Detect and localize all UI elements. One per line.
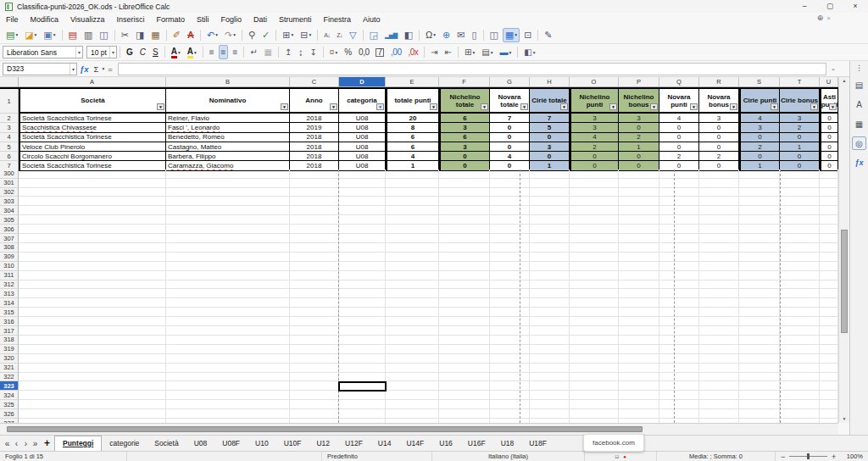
border-style-button[interactable]: ▤▾ <box>479 45 495 59</box>
row-header-315[interactable]: 315 <box>0 308 19 317</box>
gallery-icon[interactable]: ▦ <box>852 117 866 131</box>
scroll-down-icon[interactable]: ▼ <box>839 415 849 423</box>
document-modified-icon[interactable]: ● <box>623 454 626 459</box>
autofilter-button-H[interactable]: ▾ <box>560 103 568 110</box>
notification-close-icon[interactable]: × <box>826 14 831 22</box>
undo-icon[interactable]: ↶▾ <box>204 28 220 42</box>
pivot-table-icon[interactable]: ◧ <box>402 28 415 42</box>
sheet-tab-u18f[interactable]: U18F <box>521 436 554 451</box>
autofilter-button-U[interactable]: ▾ <box>829 103 837 110</box>
menu-finestra[interactable]: Finestra <box>317 13 357 26</box>
cell-P3[interactable]: 0 <box>619 123 659 132</box>
row-header-317[interactable]: 317 <box>0 326 19 336</box>
cell-S2[interactable]: 4 <box>739 114 780 123</box>
cell-H5[interactable]: 3 <box>530 142 570 152</box>
sheet-tab-u10[interactable]: U10 <box>248 436 276 451</box>
minimize-button[interactable]: – <box>792 0 817 13</box>
copy-icon[interactable]: ◨ <box>133 28 147 42</box>
row-header-3[interactable]: 3 <box>0 123 19 132</box>
insert-image-icon[interactable]: ◲ <box>367 28 381 42</box>
sort-descending-icon[interactable]: Z↓ <box>334 28 345 42</box>
chevron-down-icon[interactable]: ▾ <box>109 47 116 58</box>
header-cell-A1[interactable]: Società▾ <box>19 89 166 114</box>
language-status[interactable]: Italiano (Italia) <box>432 452 585 461</box>
cell-A2[interactable]: Società Scacchistica Torinese <box>19 114 166 123</box>
underline-button[interactable]: S <box>150 45 161 59</box>
column-header-G[interactable]: G <box>490 77 530 87</box>
cell-U3[interactable]: 0 <box>820 123 838 132</box>
cell-A5[interactable]: Veloce Club Pinerolo <box>19 142 166 152</box>
zoom-level[interactable]: 100% <box>836 453 863 460</box>
row-header-301[interactable]: 301 <box>0 179 19 188</box>
cell-B3[interactable]: Fasci ', Leonardo <box>166 123 290 132</box>
menu-visualizza[interactable]: Visualizza <box>64 13 110 26</box>
cell-D3[interactable]: U08 <box>339 123 386 132</box>
insert-row-icon[interactable]: ⊞▾ <box>280 28 296 42</box>
autofilter-button-D[interactable]: ▾ <box>376 103 384 110</box>
column-header-C[interactable]: C <box>290 77 339 87</box>
autofilter-button-S[interactable]: ▾ <box>771 103 778 110</box>
column-header-O[interactable]: O <box>570 77 619 87</box>
delete-decimal-button[interactable]: ,0x <box>405 45 420 59</box>
maximize-button[interactable]: ▢ <box>817 0 843 13</box>
functions-icon[interactable]: ƒx <box>852 156 866 169</box>
sheet-tab-u08f[interactable]: U08F <box>214 436 248 451</box>
menu-aiuto[interactable]: Aiuto <box>357 13 387 26</box>
equals-icon[interactable]: = <box>108 64 113 74</box>
add-sheet-button[interactable]: + <box>40 437 54 449</box>
function-wizard-icon[interactable]: ƒx <box>80 64 89 74</box>
row-header-318[interactable]: 318 <box>0 336 19 345</box>
cell-F5[interactable]: 3 <box>439 142 490 152</box>
name-box[interactable]: D323 ▾ <box>3 63 77 75</box>
cell-T5[interactable]: 1 <box>780 142 820 152</box>
column-header-Q[interactable]: Q <box>659 77 699 87</box>
autofilter-icon[interactable]: ▽ <box>347 28 359 42</box>
cell-H2[interactable]: 7 <box>530 114 570 123</box>
cell-Q5[interactable]: 0 <box>659 142 699 152</box>
cell-D2[interactable]: U08 <box>339 114 386 123</box>
cell-S6[interactable]: 0 <box>739 152 780 161</box>
cell-U2[interactable]: 0 <box>820 114 838 123</box>
cell-F2[interactable]: 6 <box>439 114 490 123</box>
row-header-312[interactable]: 312 <box>0 280 19 290</box>
special-character-icon[interactable]: Ω▾ <box>423 28 438 42</box>
row-header-308[interactable]: 308 <box>0 243 19 253</box>
center-vertically-button[interactable]: ↨ <box>296 45 305 59</box>
row-header-307[interactable]: 307 <box>0 234 19 243</box>
navigator-icon[interactable]: ◎ <box>852 136 866 150</box>
cell-S4[interactable]: 0 <box>739 133 780 142</box>
bold-button[interactable]: G <box>124 45 136 59</box>
sum-icon[interactable]: Σ <box>94 64 99 74</box>
header-cell-B1[interactable]: Nominativo▾ <box>166 89 290 114</box>
select-all-corner[interactable] <box>0 77 19 87</box>
cell-Q2[interactable]: 4 <box>659 114 699 123</box>
add-decimal-button[interactable]: ,00 <box>388 45 403 59</box>
selection-stats[interactable]: Media: ; Somma: 0 <box>657 452 776 461</box>
cell-C5[interactable]: 2018 <box>290 142 339 152</box>
cell-E6[interactable]: 4 <box>386 152 439 161</box>
cell-O6[interactable]: 0 <box>570 152 619 161</box>
row-header-1[interactable]: 1 <box>0 89 19 114</box>
cell-C2[interactable]: 2018 <box>290 114 339 123</box>
open-icon[interactable]: ◪▾ <box>22 28 39 42</box>
globe-icon[interactable]: ⊕ <box>817 14 824 22</box>
autofilter-button-O[interactable]: ▾ <box>609 103 617 110</box>
headers-footers-icon[interactable]: ▯ <box>469 28 479 42</box>
header-cell-T1[interactable]: Cirie bonus▾ <box>780 89 820 114</box>
cell-A4[interactable]: Società Scacchistica Torinese <box>19 133 166 142</box>
cell-E3[interactable]: 8 <box>386 123 439 132</box>
cell-O5[interactable]: 2 <box>570 142 619 152</box>
border-color-button[interactable]: ▬▾ <box>497 45 514 59</box>
autofilter-button-A[interactable]: ▾ <box>157 103 164 110</box>
cell-R6[interactable]: 2 <box>699 152 739 161</box>
cell-B4[interactable]: Benedetto, Romeo <box>166 133 290 142</box>
cell-cursor[interactable] <box>338 381 387 392</box>
row-header-4[interactable]: 4 <box>0 133 19 142</box>
cell-U5[interactable]: 0 <box>820 142 838 152</box>
sheet-tab-punteggi[interactable]: Punteggi <box>54 436 102 451</box>
column-header-B[interactable]: B <box>166 77 290 87</box>
column-header-E[interactable]: E <box>386 77 439 87</box>
cell-S5[interactable]: 2 <box>739 142 780 152</box>
sheet-tab-u12[interactable]: U12 <box>309 436 337 451</box>
cell-R5[interactable]: 0 <box>699 142 739 152</box>
